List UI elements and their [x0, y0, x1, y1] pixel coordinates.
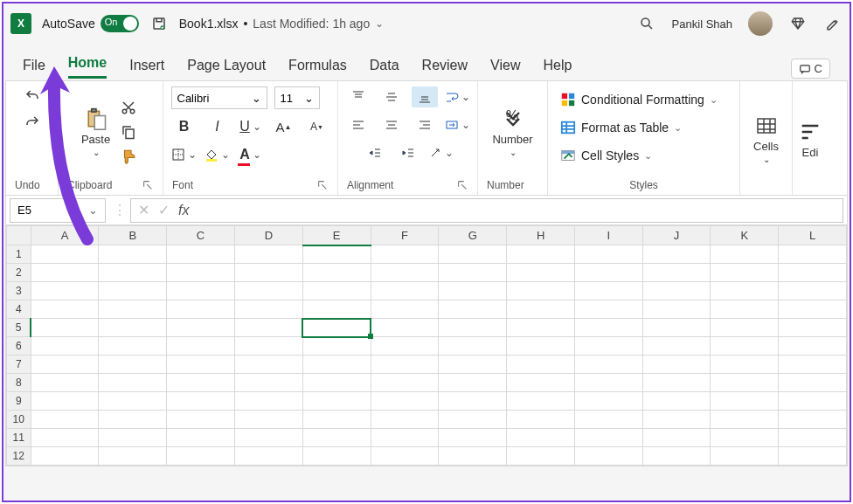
- cell-J10[interactable]: [642, 411, 711, 429]
- cell-E9[interactable]: [302, 392, 371, 411]
- cell-A10[interactable]: [31, 411, 99, 429]
- cell-D10[interactable]: [234, 411, 302, 429]
- cell-H4[interactable]: [507, 300, 575, 319]
- cell-G12[interactable]: [439, 447, 507, 466]
- cell-H8[interactable]: [507, 374, 575, 392]
- conditional-formatting-button[interactable]: Conditional Formatting⌄: [557, 90, 721, 109]
- cell-J8[interactable]: [642, 374, 711, 392]
- cell-B4[interactable]: [99, 300, 167, 319]
- cell-B11[interactable]: [99, 429, 167, 447]
- cell-G3[interactable]: [439, 282, 507, 300]
- cell-K2[interactable]: [711, 264, 779, 282]
- cells-button[interactable]: Cells ⌄: [753, 114, 779, 164]
- cell-B1[interactable]: [99, 245, 167, 264]
- cell-J1[interactable]: [642, 245, 711, 264]
- align-right-button[interactable]: [412, 114, 438, 135]
- col-header-L[interactable]: L: [779, 226, 847, 245]
- cell-G1[interactable]: [439, 245, 507, 264]
- cell-L8[interactable]: [779, 374, 847, 392]
- cell-I7[interactable]: [575, 356, 643, 374]
- cell-A4[interactable]: [31, 300, 99, 319]
- cell-A12[interactable]: [31, 447, 99, 466]
- shrink-font-button[interactable]: A▼: [304, 116, 330, 137]
- align-bottom-button[interactable]: [412, 86, 438, 107]
- align-center-button[interactable]: [378, 114, 405, 135]
- row-header-10[interactable]: 10: [7, 411, 31, 429]
- col-header-I[interactable]: I: [575, 226, 643, 245]
- cell-G11[interactable]: [439, 429, 507, 447]
- cell-D9[interactable]: [234, 392, 302, 411]
- increase-indent-button[interactable]: [395, 142, 421, 163]
- cell-K11[interactable]: [711, 429, 779, 447]
- tab-formulas[interactable]: Formulas: [288, 58, 347, 79]
- cell-I11[interactable]: [575, 429, 643, 447]
- formula-input[interactable]: [198, 204, 836, 217]
- tab-home[interactable]: Home: [68, 55, 107, 79]
- cell-B2[interactable]: [99, 264, 167, 282]
- col-header-A[interactable]: A: [31, 226, 99, 245]
- cell-I4[interactable]: [575, 300, 643, 319]
- cell-D6[interactable]: [234, 337, 302, 356]
- cell-E7[interactable]: [302, 356, 371, 374]
- cell-H10[interactable]: [507, 411, 575, 429]
- cell-B7[interactable]: [99, 356, 167, 374]
- cell-I5[interactable]: [575, 319, 643, 337]
- tab-view[interactable]: View: [490, 58, 520, 79]
- cell-E11[interactable]: [302, 429, 371, 447]
- cell-J7[interactable]: [642, 356, 711, 374]
- cell-C11[interactable]: [167, 429, 235, 447]
- cell-C6[interactable]: [167, 337, 235, 356]
- row-header-8[interactable]: 8: [7, 374, 31, 392]
- cell-G8[interactable]: [439, 374, 507, 392]
- row-header-7[interactable]: 7: [7, 356, 31, 374]
- cell-J11[interactable]: [642, 429, 711, 447]
- cell-C5[interactable]: [167, 319, 235, 337]
- enter-icon[interactable]: ✓: [158, 202, 170, 218]
- tab-page-layout[interactable]: Page Layout: [187, 58, 266, 79]
- cell-H3[interactable]: [507, 282, 575, 300]
- cell-H1[interactable]: [507, 245, 575, 264]
- cell-F8[interactable]: [371, 374, 439, 392]
- cell-E2[interactable]: [302, 264, 371, 282]
- tab-insert[interactable]: Insert: [129, 58, 164, 79]
- row-header-9[interactable]: 9: [7, 392, 31, 411]
- cell-D12[interactable]: [234, 447, 302, 466]
- format-as-table-button[interactable]: Format as Table⌄: [557, 118, 685, 137]
- tab-review[interactable]: Review: [422, 58, 468, 79]
- cell-D1[interactable]: [234, 245, 302, 264]
- cell-B5[interactable]: [99, 319, 167, 337]
- fx-icon[interactable]: fx: [178, 203, 189, 218]
- cancel-icon[interactable]: ✕: [138, 202, 149, 218]
- copy-icon[interactable]: [117, 122, 140, 142]
- decrease-indent-button[interactable]: [362, 142, 388, 163]
- row-header-6[interactable]: 6: [7, 337, 31, 356]
- cell-styles-button[interactable]: Cell Styles⌄: [557, 146, 655, 165]
- cell-L5[interactable]: [779, 319, 847, 337]
- cell-E6[interactable]: [302, 337, 371, 356]
- cell-I3[interactable]: [575, 282, 643, 300]
- align-left-button[interactable]: [345, 114, 371, 135]
- cell-G4[interactable]: [439, 300, 507, 319]
- clipboard-launcher-icon[interactable]: [142, 179, 154, 191]
- cell-E3[interactable]: [302, 282, 371, 300]
- cell-D8[interactable]: [234, 374, 302, 392]
- cell-A9[interactable]: [31, 392, 99, 411]
- merge-button[interactable]: [445, 114, 471, 135]
- paste-button[interactable]: Paste ⌄: [81, 107, 110, 157]
- number-format-button[interactable]: % Number ⌄: [492, 107, 532, 157]
- cell-K6[interactable]: [711, 337, 779, 356]
- cell-L9[interactable]: [779, 392, 847, 411]
- col-header-D[interactable]: D: [234, 226, 302, 245]
- cell-L12[interactable]: [779, 447, 847, 466]
- tab-file[interactable]: File: [23, 58, 45, 79]
- cell-L11[interactable]: [779, 429, 847, 447]
- cell-I10[interactable]: [575, 411, 643, 429]
- cell-K9[interactable]: [711, 392, 779, 411]
- cell-J4[interactable]: [642, 300, 711, 319]
- cell-D7[interactable]: [234, 356, 302, 374]
- cell-D11[interactable]: [234, 429, 302, 447]
- cell-J12[interactable]: [642, 447, 711, 466]
- cell-D3[interactable]: [234, 282, 302, 300]
- cell-L3[interactable]: [779, 282, 847, 300]
- alignment-launcher-icon[interactable]: [456, 179, 468, 191]
